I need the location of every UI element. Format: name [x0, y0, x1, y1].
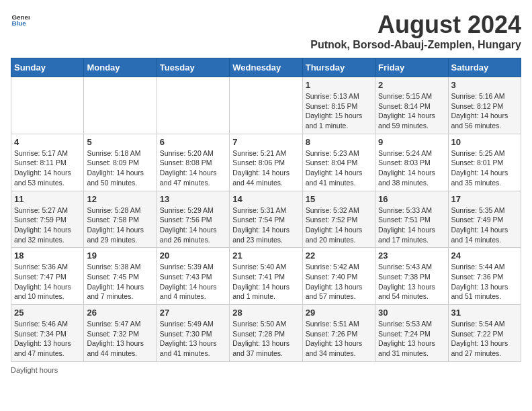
day-info: Sunrise: 5:51 AM Sunset: 7:26 PM Dayligh… — [306, 319, 372, 359]
calendar-cell: 7Sunrise: 5:21 AM Sunset: 8:06 PM Daylig… — [230, 134, 302, 191]
day-info: Sunrise: 5:13 AM Sunset: 8:15 PM Dayligh… — [306, 91, 372, 131]
day-info: Sunrise: 5:47 AM Sunset: 7:32 PM Dayligh… — [87, 319, 153, 359]
calendar-cell: 15Sunrise: 5:32 AM Sunset: 7:52 PM Dayli… — [302, 191, 375, 248]
day-of-week-saturday: Saturday — [448, 58, 521, 77]
day-of-week-wednesday: Wednesday — [230, 58, 302, 77]
day-of-week-monday: Monday — [84, 58, 157, 77]
calendar-cell: 26Sunrise: 5:47 AM Sunset: 7:32 PM Dayli… — [84, 305, 157, 362]
day-info: Sunrise: 5:15 AM Sunset: 8:14 PM Dayligh… — [378, 91, 445, 131]
day-info: Sunrise: 5:49 AM Sunset: 7:30 PM Dayligh… — [160, 319, 226, 359]
day-info: Sunrise: 5:40 AM Sunset: 7:41 PM Dayligh… — [232, 262, 299, 302]
day-number: 5 — [87, 137, 153, 147]
calendar-cell: 14Sunrise: 5:31 AM Sunset: 7:54 PM Dayli… — [230, 191, 302, 248]
day-number: 17 — [451, 194, 518, 204]
day-of-week-friday: Friday — [375, 58, 448, 77]
calendar-cell: 27Sunrise: 5:49 AM Sunset: 7:30 PM Dayli… — [157, 305, 229, 362]
day-info: Sunrise: 5:36 AM Sunset: 7:47 PM Dayligh… — [14, 262, 81, 302]
day-info: Sunrise: 5:53 AM Sunset: 7:24 PM Dayligh… — [378, 319, 445, 359]
day-info: Sunrise: 5:17 AM Sunset: 8:11 PM Dayligh… — [14, 148, 81, 188]
day-number: 20 — [160, 250, 226, 261]
days-of-week-row: SundayMondayTuesdayWednesdayThursdayFrid… — [11, 58, 521, 77]
day-info: Sunrise: 5:24 AM Sunset: 8:03 PM Dayligh… — [378, 148, 445, 188]
day-number: 10 — [451, 137, 518, 147]
week-row-3: 11Sunrise: 5:27 AM Sunset: 7:59 PM Dayli… — [11, 191, 521, 248]
day-info: Sunrise: 5:29 AM Sunset: 7:56 PM Dayligh… — [160, 205, 226, 245]
calendar-cell: 17Sunrise: 5:35 AM Sunset: 7:49 PM Dayli… — [448, 191, 521, 248]
day-info: Sunrise: 5:21 AM Sunset: 8:06 PM Dayligh… — [232, 148, 299, 188]
calendar-cell: 31Sunrise: 5:54 AM Sunset: 7:22 PM Dayli… — [448, 305, 521, 362]
day-number: 25 — [14, 308, 81, 318]
day-number: 24 — [451, 250, 518, 261]
day-info: Sunrise: 5:23 AM Sunset: 8:04 PM Dayligh… — [306, 148, 372, 188]
main-title: August 2024 — [310, 11, 521, 39]
svg-text:Blue: Blue — [11, 19, 26, 27]
day-info: Sunrise: 5:31 AM Sunset: 7:54 PM Dayligh… — [232, 205, 299, 245]
calendar-cell: 4Sunrise: 5:17 AM Sunset: 8:11 PM Daylig… — [11, 134, 84, 191]
day-info: Sunrise: 5:44 AM Sunset: 7:36 PM Dayligh… — [451, 262, 518, 302]
day-number: 11 — [14, 194, 81, 204]
day-number: 3 — [451, 80, 518, 90]
calendar-cell: 16Sunrise: 5:33 AM Sunset: 7:51 PM Dayli… — [375, 191, 448, 248]
calendar-cell — [230, 77, 302, 134]
day-of-week-tuesday: Tuesday — [157, 58, 229, 77]
calendar-cell — [84, 77, 157, 134]
day-info: Sunrise: 5:33 AM Sunset: 7:51 PM Dayligh… — [378, 205, 445, 245]
calendar-cell: 25Sunrise: 5:46 AM Sunset: 7:34 PM Dayli… — [11, 305, 84, 362]
calendar-cell: 1Sunrise: 5:13 AM Sunset: 8:15 PM Daylig… — [302, 77, 375, 134]
day-info: Sunrise: 5:28 AM Sunset: 7:58 PM Dayligh… — [87, 205, 153, 245]
day-number: 13 — [160, 194, 226, 204]
day-number: 12 — [87, 194, 153, 204]
day-number: 6 — [160, 137, 226, 147]
calendar-cell: 24Sunrise: 5:44 AM Sunset: 7:36 PM Dayli… — [448, 248, 521, 305]
day-info: Sunrise: 5:18 AM Sunset: 8:09 PM Dayligh… — [87, 148, 153, 188]
sub-title: Putnok, Borsod-Abauj-Zemplen, Hungary — [310, 39, 521, 51]
day-number: 31 — [451, 308, 518, 318]
day-info: Sunrise: 5:32 AM Sunset: 7:52 PM Dayligh… — [306, 205, 372, 245]
week-row-2: 4Sunrise: 5:17 AM Sunset: 8:11 PM Daylig… — [11, 134, 521, 191]
calendar-cell — [157, 77, 229, 134]
calendar-header: SundayMondayTuesdayWednesdayThursdayFrid… — [11, 58, 521, 77]
day-info: Sunrise: 5:27 AM Sunset: 7:59 PM Dayligh… — [14, 205, 81, 245]
calendar-cell: 11Sunrise: 5:27 AM Sunset: 7:59 PM Dayli… — [11, 191, 84, 248]
day-number: 15 — [306, 194, 372, 204]
week-row-1: 1Sunrise: 5:13 AM Sunset: 8:15 PM Daylig… — [11, 77, 521, 134]
calendar-cell: 6Sunrise: 5:20 AM Sunset: 8:08 PM Daylig… — [157, 134, 229, 191]
week-row-5: 25Sunrise: 5:46 AM Sunset: 7:34 PM Dayli… — [11, 305, 521, 362]
day-number: 30 — [378, 308, 445, 318]
day-number: 2 — [378, 80, 445, 90]
day-number: 22 — [306, 250, 372, 261]
day-info: Sunrise: 5:35 AM Sunset: 7:49 PM Dayligh… — [451, 205, 518, 245]
day-number: 9 — [378, 137, 445, 147]
day-info: Sunrise: 5:39 AM Sunset: 7:43 PM Dayligh… — [160, 262, 226, 302]
logo-icon: General Blue — [11, 11, 30, 30]
calendar-cell: 19Sunrise: 5:38 AM Sunset: 7:45 PM Dayli… — [84, 248, 157, 305]
day-number: 26 — [87, 308, 153, 318]
calendar-cell: 13Sunrise: 5:29 AM Sunset: 7:56 PM Dayli… — [157, 191, 229, 248]
calendar-cell: 18Sunrise: 5:36 AM Sunset: 7:47 PM Dayli… — [11, 248, 84, 305]
calendar-cell: 29Sunrise: 5:51 AM Sunset: 7:26 PM Dayli… — [302, 305, 375, 362]
day-info: Sunrise: 5:46 AM Sunset: 7:34 PM Dayligh… — [14, 319, 81, 359]
day-info: Sunrise: 5:54 AM Sunset: 7:22 PM Dayligh… — [451, 319, 518, 359]
day-number: 23 — [378, 250, 445, 261]
calendar: SundayMondayTuesdayWednesdayThursdayFrid… — [11, 58, 521, 362]
day-info: Sunrise: 5:16 AM Sunset: 8:12 PM Dayligh… — [451, 91, 518, 131]
calendar-cell: 30Sunrise: 5:53 AM Sunset: 7:24 PM Dayli… — [375, 305, 448, 362]
day-number: 21 — [232, 250, 299, 261]
day-number: 19 — [87, 250, 153, 261]
day-of-week-sunday: Sunday — [11, 58, 84, 77]
calendar-cell: 10Sunrise: 5:25 AM Sunset: 8:01 PM Dayli… — [448, 134, 521, 191]
day-number: 27 — [160, 308, 226, 318]
title-section: August 2024 Putnok, Borsod-Abauj-Zemplen… — [310, 11, 521, 51]
day-info: Sunrise: 5:50 AM Sunset: 7:28 PM Dayligh… — [232, 319, 299, 359]
day-number: 29 — [306, 308, 372, 318]
logo: General Blue — [11, 11, 30, 30]
footer-note: Daylight hours — [11, 366, 521, 374]
day-info: Sunrise: 5:38 AM Sunset: 7:45 PM Dayligh… — [87, 262, 153, 302]
day-info: Sunrise: 5:43 AM Sunset: 7:38 PM Dayligh… — [378, 262, 445, 302]
calendar-cell: 2Sunrise: 5:15 AM Sunset: 8:14 PM Daylig… — [375, 77, 448, 134]
day-number: 16 — [378, 194, 445, 204]
calendar-cell: 22Sunrise: 5:42 AM Sunset: 7:40 PM Dayli… — [302, 248, 375, 305]
calendar-cell: 8Sunrise: 5:23 AM Sunset: 8:04 PM Daylig… — [302, 134, 375, 191]
day-number: 4 — [14, 137, 81, 147]
day-of-week-thursday: Thursday — [302, 58, 375, 77]
